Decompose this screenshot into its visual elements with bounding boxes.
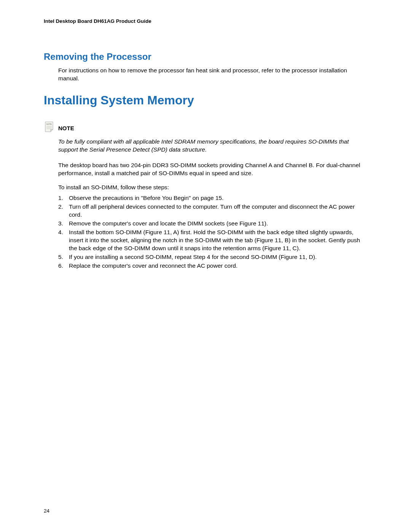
list-item: 2. Turn off all peripheral devices conne… <box>58 203 367 219</box>
list-number: 6. <box>58 262 69 270</box>
note-body: To be fully compliant with all applicabl… <box>58 138 367 154</box>
section1-body: For instructions on how to remove the pr… <box>58 67 367 83</box>
list-item: 1. Observe the precautions in "Before Yo… <box>58 194 367 202</box>
list-content: Turn off all peripheral devices connecte… <box>69 203 367 219</box>
list-item: 3. Remove the computer's cover and locat… <box>58 220 367 228</box>
list-content: If you are installing a second SO-DIMM, … <box>69 253 367 261</box>
list-content: Install the bottom SO-DIMM (Figure 11, A… <box>69 228 367 252</box>
note-label: NOTE <box>58 125 74 131</box>
list-number: 2. <box>58 203 69 219</box>
document-page: Intel Desktop Board DH61AG Product Guide… <box>0 0 411 289</box>
note-icon: NOTE <box>44 121 54 133</box>
list-number: 5. <box>58 253 69 261</box>
section2-para1: The desktop board has two 204-pin DDR3 S… <box>58 161 367 177</box>
install-steps-list: 1. Observe the precautions in "Before Yo… <box>58 194 367 270</box>
list-item: 4. Install the bottom SO-DIMM (Figure 11… <box>58 228 367 252</box>
list-content: Replace the computer's cover and reconne… <box>69 262 367 270</box>
list-item: 5. If you are installing a second SO-DIM… <box>58 253 367 261</box>
list-number: 3. <box>58 220 69 228</box>
list-content: Remove the computer's cover and locate t… <box>69 220 367 228</box>
section-heading-removing: Removing the Processor <box>44 51 367 62</box>
page-number: 24 <box>44 508 49 514</box>
document-header: Intel Desktop Board DH61AG Product Guide <box>44 18 367 24</box>
svg-text:NOTE: NOTE <box>46 123 52 125</box>
section-heading-installing: Installing System Memory <box>44 93 367 107</box>
section2-para2: To install an SO-DIMM, follow these step… <box>58 184 367 192</box>
note-block: NOTE NOTE <box>44 121 367 133</box>
list-content: Observe the precautions in "Before You B… <box>69 194 367 202</box>
list-number: 4. <box>58 228 69 252</box>
list-item: 6. Replace the computer's cover and reco… <box>58 262 367 270</box>
list-number: 1. <box>58 194 69 202</box>
